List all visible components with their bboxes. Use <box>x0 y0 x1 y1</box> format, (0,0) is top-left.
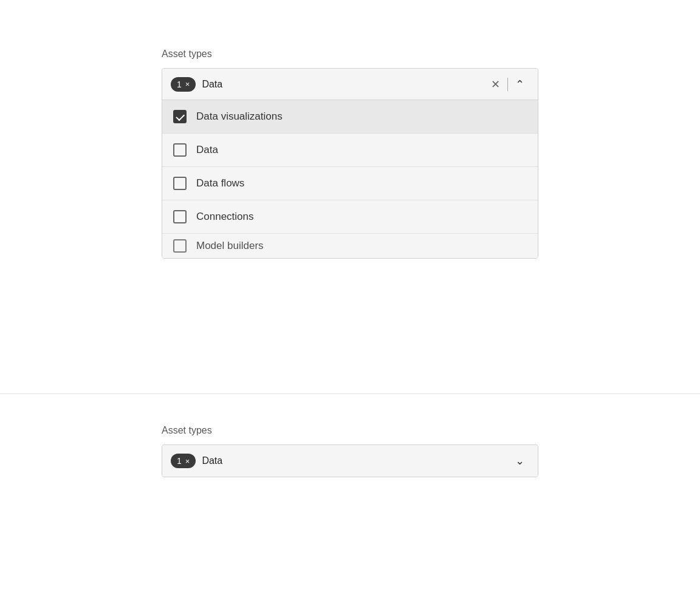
selected-count-badge-bottom[interactable]: 1 × <box>171 454 196 468</box>
chevron-down-icon[interactable]: ⌄ <box>510 454 529 468</box>
dropdown-collapsed: 1 × ⌄ <box>162 444 538 477</box>
item-label-data: Data <box>196 144 218 156</box>
checkbox-model-builders[interactable] <box>173 239 187 253</box>
item-label-data-visualizations: Data visualizations <box>196 111 283 123</box>
checkbox-connections[interactable] <box>173 210 187 223</box>
selected-count-badge-top[interactable]: 1 × <box>171 77 196 92</box>
badge-close-bottom[interactable]: × <box>185 457 190 465</box>
list-item[interactable]: Data flows <box>162 167 538 200</box>
clear-icon-top[interactable]: ✕ <box>486 78 505 91</box>
badge-count-bottom: 1 <box>177 456 182 466</box>
list-item[interactable]: Data visualizations <box>162 100 538 134</box>
dropdown-open: 1 × ✕ ⌃ Data visualizations <box>162 68 538 259</box>
header-controls-top: ✕ ⌃ <box>486 78 529 91</box>
asset-types-label-top: Asset types <box>162 49 538 60</box>
checkbox-data-visualizations[interactable] <box>173 110 187 123</box>
dropdown-list: Data visualizations Data Data flows Conn… <box>162 100 538 258</box>
item-label-data-flows: Data flows <box>196 177 244 189</box>
badge-count-top: 1 <box>177 80 182 89</box>
asset-types-label-bottom: Asset types <box>162 425 538 436</box>
search-input-top[interactable] <box>202 79 486 90</box>
separator-top <box>507 78 508 91</box>
top-section: Asset types 1 × ✕ ⌃ Dat <box>162 49 538 259</box>
list-item[interactable]: Model builders <box>162 234 538 258</box>
checkbox-data-flows[interactable] <box>173 177 187 190</box>
dropdown-header-bottom: 1 × ⌄ <box>162 445 538 477</box>
badge-close-top[interactable]: × <box>185 80 190 88</box>
asset-types-top: Asset types 1 × ✕ ⌃ Dat <box>162 49 538 259</box>
search-input-bottom[interactable] <box>202 455 510 466</box>
checkbox-data[interactable] <box>173 143 187 157</box>
list-item[interactable]: Data <box>162 134 538 167</box>
header-controls-bottom: ⌄ <box>510 454 529 468</box>
bottom-section: Asset types 1 × ⌄ <box>162 425 538 477</box>
dropdown-header-top: 1 × ✕ ⌃ <box>162 69 538 100</box>
item-label-connections: Connections <box>196 211 254 223</box>
chevron-up-icon[interactable]: ⌃ <box>510 78 529 91</box>
section-divider <box>0 393 700 394</box>
asset-types-bottom: Asset types 1 × ⌄ <box>162 425 538 477</box>
item-label-model-builders: Model builders <box>196 240 264 252</box>
list-item[interactable]: Connections <box>162 200 538 234</box>
